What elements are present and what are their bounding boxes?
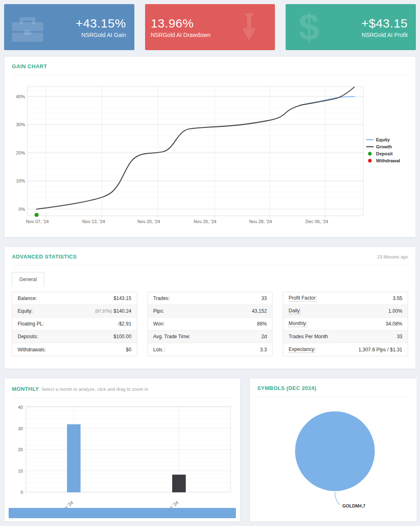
stat-label: Pips: [153, 308, 164, 314]
gain-card: +43.15% NSRGold AI Gain [4, 4, 134, 50]
symbols-title: SYMBOLS (DEC 2024) [257, 385, 409, 391]
divider [12, 398, 233, 398]
stat-value: 33 [261, 295, 267, 301]
account-stats-table: Balance: $143.15 Equity: (97.97%)$140.24… [12, 292, 137, 356]
profit-label: NSRGold AI Profit [361, 32, 408, 38]
table-row: Deposits: $100.00 [12, 330, 137, 343]
table-row: Monthly: 34.08% [283, 318, 408, 330]
table-row: Floating PL: -$2.91 [12, 318, 137, 330]
stat-value: -$2.91 [118, 321, 132, 327]
x-axis-labels: Nov 07, '24 Nov 13, '24 Nov 20, '24 Nov … [26, 219, 328, 224]
bar-nov[interactable] [67, 424, 81, 492]
monthly-bar-chart[interactable]: 40 30 20 10 0 Nov '24 Dec '24 [12, 402, 233, 514]
stat-label: Deposits: [18, 334, 38, 339]
pie-slice-label: GOLDM#,7 [342, 503, 365, 508]
chart-scrollbar[interactable] [9, 508, 236, 518]
stat-label: Balance: [18, 295, 37, 301]
stat-tables: Balance: $143.15 Equity: (97.97%)$140.24… [12, 292, 408, 356]
tab-general[interactable]: General [12, 272, 44, 287]
stat-label: Daily: [288, 308, 301, 314]
pie-label-connector [335, 492, 340, 505]
deposit-marker[interactable] [35, 213, 39, 217]
stat-label: Expectancy: [288, 346, 315, 353]
gain-chart-title: GAIN CHART [12, 63, 408, 69]
svg-text:0%: 0% [18, 207, 25, 212]
dollar-icon: $ [291, 9, 327, 45]
stat-cards-row: +43.15% NSRGold AI Gain 13.96% NSRGold A… [4, 4, 416, 50]
svg-text:$: $ [299, 9, 319, 45]
monthly-panel: MONTHLYSelect a month to analyze, click … [4, 378, 240, 522]
performance-stats-table: Profit Factor: 3.55 Daily: 1.00% Monthly… [283, 292, 408, 356]
svg-text:30: 30 [18, 426, 23, 431]
svg-text:30%: 30% [16, 122, 25, 127]
profit-value: +$43.15 [361, 16, 408, 30]
stat-label: Lots : [153, 347, 165, 353]
table-row: Profit Factor: 3.55 [283, 292, 408, 305]
stat-label: Equity: [18, 308, 33, 314]
gain-value: +43.15% [76, 16, 126, 30]
stat-value: 3.55 [393, 295, 402, 301]
bar-dec[interactable] [172, 475, 186, 492]
legend-item-withdrawal[interactable]: Withdrawal [368, 158, 400, 163]
table-row: Trades: 33 [148, 292, 272, 305]
stat-label: Trades Per Month [288, 334, 328, 339]
svg-text:20: 20 [18, 447, 23, 452]
table-row: Equity: (97.97%)$140.24 [12, 305, 137, 318]
table-row: Daily: 1.00% [283, 305, 408, 318]
y-axis-labels: 40% 30% 20% 10% 0% [16, 94, 25, 212]
table-row: Won: 88% [148, 318, 272, 330]
svg-text:Nov 20, '24: Nov 20, '24 [137, 219, 160, 224]
svg-text:10: 10 [18, 468, 23, 473]
stat-label: Floating PL: [18, 321, 44, 327]
legend-item-growth[interactable]: Growth [366, 144, 392, 149]
symbols-panel: SYMBOLS (DEC 2024) GOLDM#,7 [249, 378, 417, 522]
divider [12, 265, 408, 265]
legend-item-equity[interactable]: Equity [366, 137, 390, 142]
stat-label: Withdrawals: [18, 347, 46, 353]
divider [257, 397, 409, 397]
svg-text:Equity: Equity [376, 137, 390, 142]
table-row: Pips: 43,152 [148, 305, 272, 318]
table-row: Avg. Trade Time: 2d [148, 330, 272, 343]
legend-item-deposit[interactable]: Deposit [368, 151, 393, 156]
gain-label: NSRGold AI Gain [76, 32, 126, 38]
advanced-statistics-title: ADVANCED STATISTICS [12, 254, 77, 260]
equity-percent: (97.97%) [95, 309, 112, 314]
stat-value: 34.08% [385, 321, 402, 327]
svg-text:Nov 28, '24: Nov 28, '24 [249, 219, 272, 224]
svg-text:40%: 40% [16, 94, 25, 99]
gain-chart-panel: GAIN CHART [4, 56, 416, 238]
table-row: Expectancy: 1,307.6 Pips / $1.31 [283, 343, 408, 356]
monthly-subtitle: Select a month to analyze, click and dra… [42, 387, 148, 392]
svg-text:Nov 13, '24: Nov 13, '24 [82, 219, 105, 224]
svg-text:10%: 10% [16, 178, 25, 183]
trade-stats-table: Trades: 33 Pips: 43,152 Won: 88% Avg. Tr… [148, 292, 273, 356]
stat-value: 1,307.6 Pips / $1.31 [358, 347, 402, 353]
stat-value: $0 [126, 347, 131, 353]
stat-label: Monthly: [288, 321, 307, 327]
svg-text:Dec 06, '24: Dec 06, '24 [305, 219, 328, 224]
gain-chart[interactable]: 40% 30% 20% 10% 0% Nov 07, '24 Nov 13, '… [12, 79, 408, 226]
svg-text:20%: 20% [16, 150, 25, 155]
y-axis-labels: 40 30 20 10 0 [18, 405, 23, 495]
stat-label: Trades: [153, 295, 170, 301]
advanced-statistics-panel: ADVANCED STATISTICS 23 Minutes ago Gener… [4, 247, 416, 369]
divider [12, 75, 408, 75]
pie-slice-goldm[interactable] [295, 411, 375, 491]
svg-text:40: 40 [18, 405, 23, 410]
chart-legend: Equity Growth Deposit Withdrawal [366, 137, 400, 163]
stat-value: 3.3 [260, 347, 267, 353]
svg-text:Nov 07, '24: Nov 07, '24 [26, 219, 48, 224]
table-row: Lots : 3.3 [148, 343, 272, 356]
table-row: Withdrawals: $0 [12, 343, 137, 356]
symbols-pie-chart[interactable]: GOLDM#,7 [257, 401, 409, 514]
stat-value: 88% [257, 321, 267, 327]
arrow-down-icon [231, 9, 267, 45]
drawdown-value: 13.96% [151, 16, 211, 30]
svg-text:Growth: Growth [376, 144, 392, 149]
stat-value: 33 [397, 334, 402, 339]
stat-value: 43,152 [252, 308, 267, 314]
svg-text:Withdrawal: Withdrawal [376, 158, 400, 163]
stat-value: 2d [261, 334, 267, 339]
stat-value: (97.97%)$140.24 [95, 308, 132, 314]
